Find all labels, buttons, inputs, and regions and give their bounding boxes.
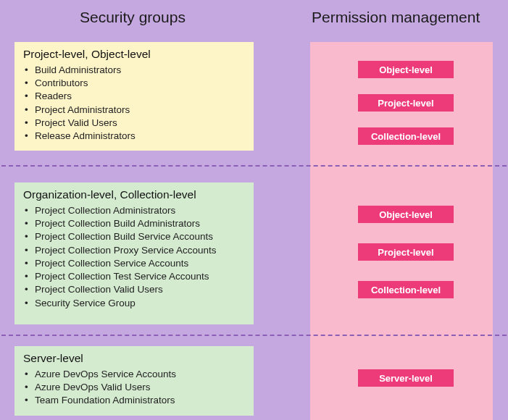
list-item: Azure DevOps Service Accounts — [35, 368, 246, 381]
section-divider — [1, 165, 507, 167]
card-title: Project-level, Object-level — [23, 48, 246, 61]
group-list: Project Collection Administrators Projec… — [23, 204, 246, 310]
group-list: Azure DevOps Service Accounts Azure DevO… — [23, 368, 246, 408]
permission-chip-server-level: Server-level — [358, 369, 454, 387]
column-header-security-groups: Security groups — [80, 9, 186, 26]
section-divider — [1, 335, 507, 336]
list-item: Contributors — [35, 77, 246, 90]
permission-chip-object-level: Object-level — [358, 206, 454, 223]
permission-chip-project-level: Project-level — [358, 243, 454, 261]
list-item: Project Collection Service Accounts — [35, 257, 246, 270]
security-group-card-server: Server-level Azure DevOps Service Accoun… — [14, 346, 254, 416]
list-item: Project Valid Users — [35, 117, 246, 130]
card-title: Server-level — [23, 352, 246, 365]
card-title: Organization-level, Collection-level — [23, 188, 246, 201]
permission-chip-project-level: Project-level — [358, 94, 454, 112]
list-item: Release Administrators — [35, 130, 246, 143]
permission-chip-collection-level: Collection-level — [358, 127, 454, 145]
group-list: Build Administrators Contributors Reader… — [23, 64, 246, 143]
list-item: Project Collection Build Service Account… — [35, 230, 246, 243]
permission-chip-object-level: Object-level — [358, 61, 454, 78]
security-group-card-project: Project-level, Object-level Build Admini… — [14, 42, 254, 151]
column-header-permission-management: Permission management — [312, 9, 480, 26]
list-item: Build Administrators — [35, 64, 246, 77]
list-item: Readers — [35, 90, 246, 103]
list-item: Project Collection Administrators — [35, 204, 246, 217]
list-item: Team Foundation Administrators — [35, 394, 246, 407]
security-group-card-org: Organization-level, Collection-level Pro… — [14, 182, 254, 324]
list-item: Azure DevOps Valid Users — [35, 381, 246, 394]
list-item: Project Administrators — [35, 104, 246, 117]
list-item: Project Collection Build Administrators — [35, 217, 246, 230]
list-item: Security Service Group — [35, 297, 246, 310]
list-item: Project Collection Proxy Service Account… — [35, 244, 246, 257]
list-item: Project Collection Test Service Accounts — [35, 270, 246, 283]
list-item: Project Collection Valid Users — [35, 283, 246, 296]
permission-chip-collection-level: Collection-level — [358, 281, 454, 298]
